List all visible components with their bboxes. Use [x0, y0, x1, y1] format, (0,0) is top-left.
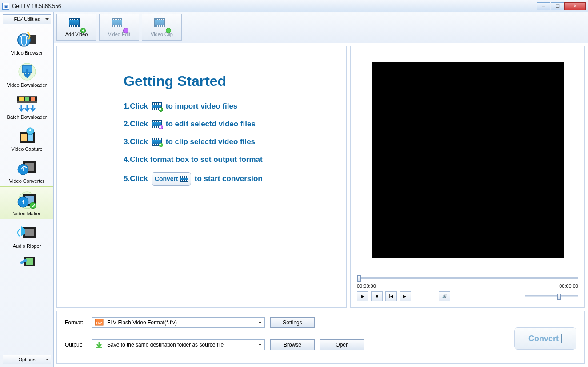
- video-screen: [372, 62, 564, 258]
- main-area: + Add Video Video Edit Video Clip: [54, 12, 588, 367]
- open-button[interactable]: Open: [320, 339, 364, 350]
- options-dropdown[interactable]: Options: [3, 355, 51, 364]
- video-edit-button[interactable]: Video Edit: [99, 14, 139, 41]
- maximize-button[interactable]: ☐: [551, 2, 564, 10]
- output-combo[interactable]: Save to the same destination folder as s…: [92, 339, 265, 350]
- add-video-button[interactable]: + Add Video: [56, 14, 96, 41]
- flv-utilities-label: FLV Utilities: [14, 16, 40, 22]
- app-body: FLV Utilities Video Browser: [0, 12, 588, 367]
- chevron-down-icon: [258, 322, 262, 323]
- guide-step-1: 1.Click + to import video files: [124, 101, 328, 112]
- guide-step-text: to start conversion: [195, 173, 263, 184]
- guide-step-text: 4.Click format box to set output format: [124, 154, 263, 165]
- svg-rect-12: [21, 134, 27, 141]
- batch-download-icon: [16, 95, 38, 113]
- converter-icon: f: [16, 159, 38, 177]
- browse-button[interactable]: Browse: [270, 339, 315, 350]
- content-area: Getting Started 1.Click + to import vide…: [54, 43, 588, 311]
- settings-button[interactable]: Settings: [270, 317, 315, 328]
- sidebar-item-label: Video Downloader: [7, 82, 47, 88]
- chevron-down-icon: [45, 18, 49, 20]
- add-video-icon: +: [69, 18, 84, 32]
- guide-step-2: 2.Click to edit selectd video files: [124, 119, 328, 129]
- sidebar-item-audio-ripper[interactable]: Audio Ripper: [0, 219, 53, 251]
- sidebar-item-label: Video Capture: [11, 146, 42, 152]
- guide-step-text: to edit selectd video files: [166, 119, 256, 129]
- sidebar-item-batch-downloader[interactable]: Batch Downloader: [0, 90, 53, 122]
- capture-icon: [16, 127, 38, 145]
- output-value: Save to the same destination folder as s…: [107, 342, 224, 348]
- sidebar-item-video-browser[interactable]: Video Browser: [0, 26, 53, 58]
- clip-film-icon: [152, 137, 162, 147]
- app-icon: ▣: [2, 3, 9, 10]
- svg-rect-6: [17, 96, 37, 97]
- convert-label: Convert: [528, 334, 559, 343]
- sidebar-list: Video Browser Video Downloader: [0, 26, 53, 352]
- svg-rect-27: [25, 229, 34, 236]
- output-label: Output:: [65, 342, 86, 348]
- sidebar-item-extra[interactable]: [0, 251, 53, 267]
- prev-button[interactable]: |◀: [385, 291, 397, 301]
- convert-button[interactable]: Convert: [514, 327, 576, 350]
- guide-step-4: 4.Click format box to set output format: [124, 154, 328, 165]
- window-title: GetFLV 18.5866.556: [12, 3, 61, 9]
- titlebar: ▣ GetFLV 18.5866.556 ─ ☐ ✕: [0, 0, 588, 12]
- guide-step-5: 5.Click Convert to start conversion: [124, 172, 328, 186]
- svg-rect-10: [31, 97, 35, 101]
- player-controls: ▶ ■ |◀ ▶| 🔊: [357, 291, 578, 301]
- convert-pill-icon: Convert: [152, 172, 191, 186]
- guide-step-text: 3.Click: [124, 137, 148, 147]
- svg-text:FLV: FLV: [96, 321, 102, 324]
- play-button[interactable]: ▶: [357, 291, 368, 301]
- download-icon: [16, 63, 38, 81]
- video-clip-button[interactable]: Video Clip: [142, 14, 182, 41]
- bottom-bar: Format: FLV FLV-Flash Video Format(*.flv…: [56, 311, 585, 364]
- time-total: 00:00:00: [559, 283, 578, 289]
- guide-step-3: 3.Click to clip selectd video files: [124, 137, 328, 147]
- save-folder-icon: [95, 341, 104, 349]
- close-button[interactable]: ✕: [564, 2, 586, 10]
- edit-film-icon: [152, 119, 162, 129]
- svg-point-25: [30, 202, 36, 209]
- sidebar-item-video-converter[interactable]: f Video Converter: [0, 154, 53, 186]
- seek-bar[interactable]: [357, 274, 578, 282]
- flv-utilities-dropdown[interactable]: FLV Utilities: [3, 14, 51, 24]
- svg-rect-8: [19, 97, 24, 101]
- format-combo[interactable]: FLV FLV-Flash Video Format(*.flv): [92, 317, 265, 328]
- chevron-down-icon: [258, 344, 262, 346]
- seek-thumb[interactable]: [357, 275, 361, 282]
- time-current: 00:00:00: [357, 283, 376, 289]
- globe-film-icon: [16, 31, 38, 48]
- video-clip-icon: [154, 18, 169, 32]
- stop-button[interactable]: ■: [371, 291, 383, 301]
- guide-step-text: 5.Click: [124, 173, 148, 184]
- tool-icon: [16, 256, 38, 267]
- next-button[interactable]: ▶|: [400, 291, 411, 301]
- options-label: Options: [19, 357, 36, 362]
- flv-format-icon: FLV: [95, 319, 104, 327]
- svg-rect-7: [17, 101, 37, 103]
- sidebar-item-label: Video Converter: [9, 178, 44, 184]
- toolbar: + Add Video Video Edit Video Clip: [54, 12, 588, 43]
- seek-track[interactable]: [357, 277, 578, 279]
- chevron-down-icon: [45, 359, 49, 360]
- minimize-button[interactable]: ─: [537, 2, 550, 10]
- video-box: [357, 52, 578, 266]
- sidebar-item-label: Video Browser: [11, 50, 43, 56]
- mute-button[interactable]: 🔊: [439, 291, 450, 301]
- volume-slider[interactable]: [525, 295, 578, 297]
- svg-point-15: [29, 129, 31, 131]
- svg-text:f: f: [22, 167, 24, 172]
- svg-rect-33: [96, 347, 102, 348]
- svg-text:f: f: [22, 199, 24, 205]
- sidebar-item-video-capture[interactable]: Video Capture: [0, 122, 53, 154]
- video-edit-icon: [112, 18, 127, 32]
- format-value: FLV-Flash Video Format(*.flv): [107, 319, 177, 326]
- sidebar-item-video-maker[interactable]: f Video Maker: [0, 186, 53, 219]
- sidebar-item-label: Audio Ripper: [13, 243, 41, 249]
- sidebar-item-video-downloader[interactable]: Video Downloader: [0, 58, 53, 90]
- preview-panel: 00:00:00 00:00:00 ▶ ■ |◀ ▶| 🔊: [350, 46, 585, 308]
- format-label: Format:: [65, 319, 86, 326]
- volume-thumb[interactable]: [557, 294, 561, 300]
- guide-step-text: to import video files: [166, 101, 238, 112]
